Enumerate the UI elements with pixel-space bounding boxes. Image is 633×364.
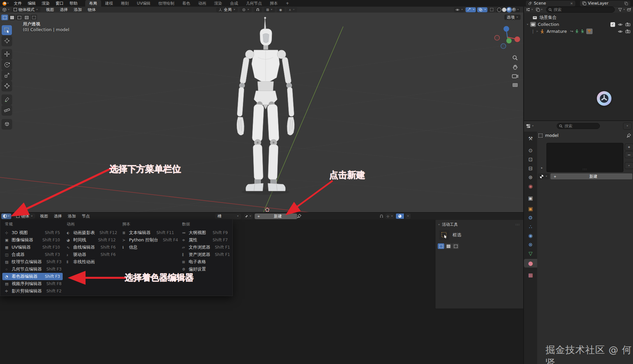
workspace-tab-shading[interactable]: 着色	[178, 0, 194, 7]
collection-expand-icon[interactable]: ∨	[527, 24, 529, 26]
menu-edit[interactable]: 编辑	[25, 1, 39, 6]
new-material-button[interactable]: ＋ 新建	[255, 213, 297, 219]
tab-output[interactable]: ⊡	[524, 155, 537, 164]
menu-item-drivers[interactable]: ₂驱动器Shift F6	[64, 251, 118, 258]
overlays-toggle[interactable]: ∨	[477, 7, 487, 12]
collection-render-camera-icon[interactable]	[625, 23, 630, 26]
ed-menu-select[interactable]: 选择	[51, 213, 65, 219]
workspace-tab-sculpting[interactable]: 雕刻	[117, 0, 133, 7]
outliner-search[interactable]	[546, 7, 615, 13]
menu-item-shader-editor[interactable]: ◔着色器编辑器Shift F3	[2, 273, 63, 280]
material-browse-button[interactable]: ∨	[244, 213, 253, 219]
menu-help[interactable]: 帮助	[67, 1, 81, 6]
menu-item-spreadsheet[interactable]: ⊞电子表格	[179, 258, 230, 266]
properties-editor-type-button[interactable]: ∨	[526, 124, 534, 128]
outliner-row-scene-collection[interactable]: 场景集合	[524, 14, 633, 21]
properties-search-input[interactable]	[557, 123, 600, 129]
tab-object[interactable]: ▣	[524, 205, 537, 213]
outliner-filter-button[interactable]: ∨	[617, 8, 626, 12]
outliner-search-input[interactable]	[546, 7, 615, 13]
select-box-tool[interactable]	[2, 25, 12, 35]
tab-view-layer[interactable]: ⊟	[524, 164, 537, 173]
menu-item-geometry-nodes[interactable]: ⁘几何节点编辑器Shift F3	[2, 266, 63, 273]
menu-window[interactable]: 窗口	[53, 1, 67, 6]
select-mode-extend-button[interactable]	[9, 15, 15, 20]
viewport-options-button[interactable]: 选项 ∨	[504, 15, 521, 20]
menu-item-file-browser[interactable]: ▱文件浏览器Shift F1	[179, 244, 230, 251]
menu-item-properties[interactable]: ≑属性Shift F7	[179, 236, 230, 244]
menu-item-uv-editor[interactable]: ▦UV编辑器Shift F10	[2, 244, 63, 251]
vp-menu-select[interactable]: 选择	[57, 7, 71, 13]
tab-collection[interactable]: ▣	[524, 194, 537, 203]
armature-hide-eye-icon[interactable]	[618, 30, 623, 33]
ed-menu-add[interactable]: 添加	[65, 213, 79, 219]
workspace-tab-animation[interactable]: 动画	[194, 0, 210, 7]
tab-modifiers[interactable]: ⚙	[524, 213, 537, 222]
select-mode-intersect-button[interactable]	[31, 15, 37, 20]
workspace-tab-modeling[interactable]: 建模	[101, 0, 117, 7]
tab-tool[interactable]: ⚒	[524, 134, 537, 143]
workspace-tab-uv[interactable]: UV编辑	[133, 0, 155, 7]
slots-expand-icon[interactable]: ▸	[541, 166, 543, 169]
menu-item-compositor[interactable]: ◫合成器Shift F3	[2, 251, 63, 258]
viewlayer-selector[interactable]: ViewLayer	[580, 1, 630, 6]
tab-texture[interactable]: ▦	[524, 271, 537, 279]
viewport-editor-type-button[interactable]: ∨	[0, 8, 11, 12]
tab-particles[interactable]: ∴	[524, 222, 537, 231]
pin-icon[interactable]	[297, 214, 301, 218]
tab-object-data[interactable]: ▽	[524, 249, 537, 258]
proportional-falloff-selector[interactable]: ∧ ∨	[286, 7, 297, 12]
menu-item-text-editor[interactable]: ≣文本编辑器Shift F11	[120, 229, 177, 236]
shading-wireframe-button[interactable]	[497, 8, 501, 12]
menu-file[interactable]: 文件	[11, 1, 25, 6]
addon-logo-badge[interactable]	[597, 91, 611, 106]
menu-item-dope-sheet[interactable]: ⬖动画摄影表Shift F12	[64, 229, 118, 236]
ed-snap-target-button[interactable]: ⊹ ∨	[385, 213, 394, 219]
shader-type-selector[interactable]: 物体 ∨	[14, 213, 35, 219]
ortho-grid-icon[interactable]	[512, 82, 518, 88]
menu-item-image-editor[interactable]: ▣图像编辑器Shift F10	[2, 236, 63, 244]
workspace-tab-add[interactable]: +	[282, 0, 293, 6]
properties-options-button[interactable]: ∨	[623, 123, 632, 130]
menu-render[interactable]: 渲染	[39, 1, 53, 6]
add-cube-tool[interactable]	[2, 119, 12, 129]
armature-render-camera-icon[interactable]	[625, 30, 630, 33]
shading-solid-button[interactable]	[502, 8, 506, 12]
object-visibility-toggle[interactable]: ∨	[454, 7, 465, 12]
active-tool-panel-header[interactable]: ∨ 活动工具 ∷∷	[435, 220, 523, 229]
select-mode-subtract-button[interactable]	[16, 15, 23, 20]
new-viewlayer-icon[interactable]	[624, 2, 628, 5]
menu-item-texture-nodes[interactable]: ▨纹理节点编辑器Shift F3	[2, 258, 63, 266]
select-mode-new-button[interactable]	[1, 15, 8, 20]
snap-target-selector[interactable]: ⊞ ∨	[264, 7, 275, 12]
outliner-editor-type-button[interactable]: ∨	[524, 8, 535, 12]
shading-rendered-button[interactable]	[512, 8, 516, 12]
outliner-display-mode-button[interactable]: ∨	[535, 8, 544, 12]
menu-item-asset-browser[interactable]: ⫼资产浏览器Shift F1	[179, 251, 230, 258]
browse-material-button[interactable]: ∨	[538, 173, 549, 179]
workspace-tab-compositing[interactable]: 合成	[226, 0, 242, 7]
menu-item-graph-editor[interactable]: ∿曲线编辑器Shift F6	[64, 244, 118, 251]
scene-selector[interactable]: Scene ✕	[526, 1, 575, 6]
armature-expand-icon[interactable]: ＞	[536, 29, 538, 33]
list-resize-grip[interactable]: ∷∷	[583, 168, 587, 171]
npanel-mode-new-button[interactable]	[438, 243, 444, 249]
npanel-mode-extend-button[interactable]	[445, 243, 452, 249]
menu-item-video-sequencer[interactable]: ▤视频序列编辑器Shift F8	[2, 280, 63, 287]
select-mode-invert-button[interactable]	[23, 15, 30, 20]
workspace-tab-rendering[interactable]: 渲染	[210, 0, 226, 7]
ed-menu-node[interactable]: 节点	[79, 213, 93, 219]
properties-search[interactable]	[557, 123, 600, 129]
collection-hide-eye-icon[interactable]	[618, 23, 623, 26]
slot-selector[interactable]: 槽 ∨	[215, 213, 241, 219]
rotate-tool[interactable]	[2, 60, 12, 70]
vp-menu-add[interactable]: 添加	[71, 7, 85, 13]
xray-toggle[interactable]	[489, 7, 495, 12]
material-slots-list[interactable]: ∷∷	[546, 143, 623, 172]
menu-item-nla[interactable]: ⫴非线性动画	[64, 258, 118, 266]
transform-orientation-selector[interactable]: 全局 ∨	[216, 7, 238, 12]
editor-type-button[interactable]: ∨	[1, 213, 11, 219]
tab-physics[interactable]: ◉	[524, 231, 537, 240]
cursor-tool[interactable]	[2, 36, 12, 46]
tab-material[interactable]: ●	[524, 259, 537, 268]
